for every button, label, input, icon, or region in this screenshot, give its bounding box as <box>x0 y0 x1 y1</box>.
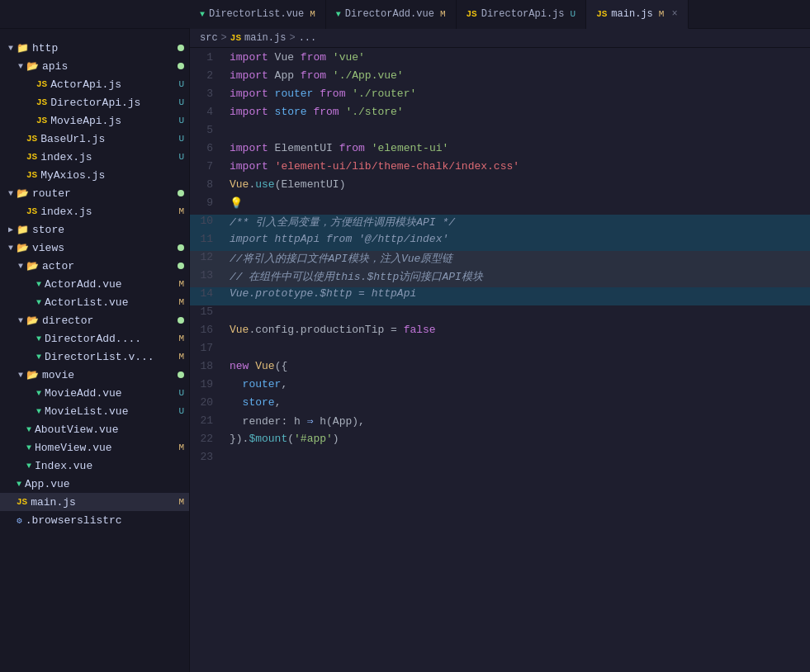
tab-badge: M <box>659 9 665 19</box>
tab-tab-directorlist[interactable]: ▼DirectorList.vueM <box>190 0 326 29</box>
sidebar-item-7[interactable]: JSMyAxios.js <box>0 166 189 184</box>
token-kw: import <box>230 88 268 100</box>
line-number: 20 <box>193 396 226 409</box>
tabs-area: ▼DirectorList.vueM▼DirectorAdd.vueMJSDir… <box>190 0 810 29</box>
sidebar-item-17[interactable]: ▼DirectorList.v...M <box>0 348 189 366</box>
sidebar-tree: ▼📁http▼📂apisJSActorApi.jsUJSDirectorApi.… <box>0 39 189 529</box>
tree-item-badge: M <box>178 442 184 452</box>
tab-label: DirectorApi.js <box>481 8 565 20</box>
token-var-white: ({ <box>275 360 288 372</box>
token-kw: from <box>301 69 326 82</box>
line-content: Vue.use(ElementUI) <box>226 178 807 191</box>
sidebar-item-10[interactable]: ▶📁store <box>0 220 189 239</box>
token-cm-h: Vue.prototype.$http = httpApi <box>230 287 416 300</box>
sidebar-item-6[interactable]: JSindex.jsU <box>0 148 189 166</box>
tree-item-label: ActorApi.js <box>50 78 178 91</box>
line-content: new Vue({ <box>226 360 807 372</box>
token-var-orange: Vue <box>230 178 249 191</box>
sidebar-item-4[interactable]: JSMovieApi.jsU <box>0 111 189 130</box>
sidebar-item-12[interactable]: ▼📂actor <box>0 257 189 275</box>
code-line-6: 6import ElementUI from 'element-ui' <box>190 142 810 160</box>
token-kw: false <box>404 324 436 336</box>
sidebar-item-26[interactable]: ⚙.browserslistrc <box>0 511 189 529</box>
token-kw: from <box>313 106 339 118</box>
tree-item-label: actor <box>42 260 178 272</box>
js-file-icon: JS <box>36 97 47 107</box>
line-content: Vue.prototype.$http = httpApi <box>226 287 807 300</box>
tree-item-badge: U <box>178 388 184 398</box>
sidebar-item-25[interactable]: JSmain.jsM <box>0 493 189 511</box>
token-var-yellow: store <box>268 106 314 118</box>
js-file-icon: JS <box>26 152 37 162</box>
tree-item-dot <box>178 317 184 324</box>
line-number: 21 <box>193 414 226 427</box>
token-fn: $mount <box>249 433 287 445</box>
token-str: './App.vue' <box>333 69 404 82</box>
vue-file-icon: ▼ <box>36 334 41 343</box>
sidebar-item-5[interactable]: JSBaseUrl.jsU <box>0 130 189 148</box>
sidebar-item-14[interactable]: ▼ActorList.vueM <box>0 293 189 311</box>
breadcrumb-part-5: ... <box>299 32 317 44</box>
sidebar-item-20[interactable]: ▼MovieList.vueU <box>0 402 189 420</box>
tab-tab-directorapi[interactable]: JSDirectorApi.jsU <box>457 0 587 29</box>
token-bulb: 💡 <box>230 197 243 210</box>
token-var-white <box>365 142 372 154</box>
vue-file-icon: ▼ <box>26 425 31 434</box>
vue-icon: ▼ <box>200 10 205 19</box>
tab-tab-directoradd[interactable]: ▼DirectorAdd.vueM <box>326 0 457 29</box>
sidebar-item-13[interactable]: ▼ActorAdd.vueM <box>0 275 189 293</box>
tree-arrow: ▼ <box>15 371 26 380</box>
line-number: 6 <box>193 142 226 154</box>
sidebar-item-1[interactable]: ▼📂apis <box>0 57 189 75</box>
tree-item-label: MovieAdd.vue <box>45 387 178 400</box>
token-str2: 'element-ui/lib/theme-chalk/index.css' <box>275 160 519 173</box>
tree-item-label: App.vue <box>25 478 189 490</box>
sidebar-item-23[interactable]: ▼Index.vue <box>0 457 189 475</box>
tree-item-label: store <box>32 224 189 236</box>
token-kw: from <box>320 88 345 100</box>
breadcrumb-part-1: > <box>221 32 227 44</box>
sidebar-item-9[interactable]: JSindex.jsM <box>0 202 189 220</box>
sidebar-item-24[interactable]: ▼App.vue <box>0 475 189 493</box>
vue-icon: ▼ <box>336 10 341 19</box>
tree-arrow: ▶ <box>5 225 17 234</box>
sidebar-item-3[interactable]: JSDirectorApi.jsU <box>0 93 189 111</box>
tree-item-dot <box>178 190 184 196</box>
sidebar-item-11[interactable]: ▼📂views <box>0 239 189 257</box>
tree-item-dot <box>178 263 184 269</box>
line-content: import 'element-ui/lib/theme-chalk/index… <box>226 160 807 173</box>
line-content: }).$mount('#app') <box>226 433 807 445</box>
sidebar-item-18[interactable]: ▼📂movie <box>0 366 189 384</box>
tree-item-badge: M <box>178 497 184 507</box>
sidebar-item-8[interactable]: ▼📂router <box>0 184 189 202</box>
line-number: 18 <box>193 360 226 372</box>
breadcrumb-part-4: > <box>289 32 295 44</box>
code-line-14: 14Vue.prototype.$http = httpApi <box>190 287 810 305</box>
js-file-icon: JS <box>26 206 37 216</box>
js-file-icon: JS <box>36 79 47 89</box>
sidebar-item-0[interactable]: ▼📁http <box>0 39 189 57</box>
tree-item-label: DirectorList.v... <box>45 351 178 363</box>
tree-item-label: ActorAdd.vue <box>45 278 178 291</box>
folder-open-icon: 📂 <box>26 60 39 73</box>
tab-close-button[interactable]: × <box>671 8 677 20</box>
tree-item-label: apis <box>42 60 178 73</box>
tree-item-label: BaseUrl.js <box>40 133 178 145</box>
line-number: 17 <box>193 342 226 354</box>
sidebar-item-16[interactable]: ▼DirectorAdd....M <box>0 329 189 348</box>
tree-item-label: ActorList.vue <box>45 296 178 309</box>
sidebar-item-21[interactable]: ▼AboutView.vue <box>0 420 189 438</box>
token-kw: import <box>230 106 268 118</box>
token-var-white: , <box>275 396 282 409</box>
sidebar-item-2[interactable]: JSActorApi.jsU <box>0 75 189 93</box>
vue-file-icon: ▼ <box>36 407 41 416</box>
code-line-3: 3import router from './router' <box>190 88 810 106</box>
tree-item-label: MovieList.vue <box>45 405 178 418</box>
sidebar-item-19[interactable]: ▼MovieAdd.vueU <box>0 384 189 402</box>
code-line-19: 19 router, <box>190 378 810 396</box>
sidebar-item-15[interactable]: ▼📂director <box>0 311 189 329</box>
sidebar-item-22[interactable]: ▼HomeView.vueM <box>0 438 189 457</box>
tab-tab-main[interactable]: JSmain.jsM× <box>586 0 688 29</box>
line-content: import httpApi from '@/http/index' <box>226 233 807 245</box>
code-line-15: 15 <box>190 305 810 324</box>
